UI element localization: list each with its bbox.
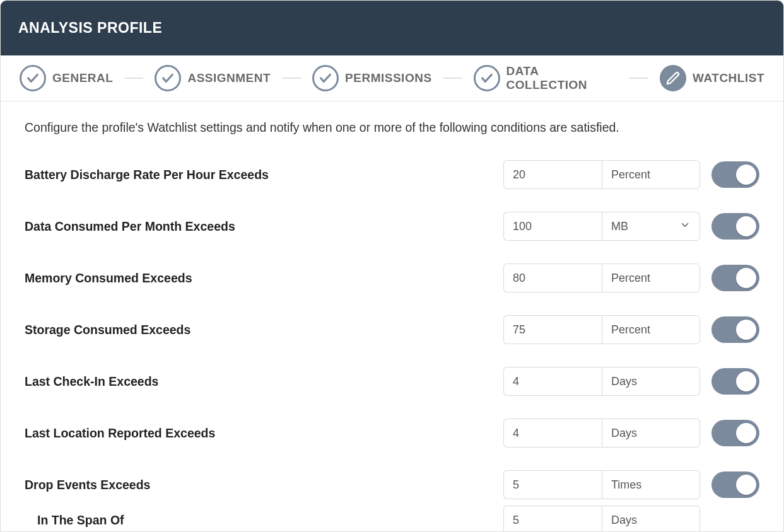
unit-label: Days <box>602 506 700 532</box>
setting-controls: Days <box>503 419 759 448</box>
input-group: Days <box>503 419 700 448</box>
unit-label: Times <box>602 470 700 499</box>
setting-memory: Memory Consumed Exceeds Percent <box>25 263 759 292</box>
drop-span-value-input[interactable] <box>503 506 602 532</box>
setting-label: Last Check-In Exceeds <box>25 374 503 389</box>
unit-text: Days <box>611 427 637 440</box>
last-location-toggle[interactable] <box>711 420 759 446</box>
setting-drop-events: Drop Events Exceeds Times <box>25 470 759 499</box>
memory-value-input[interactable] <box>503 263 602 292</box>
data-value-input[interactable] <box>503 212 602 241</box>
intro-text: Configure the profile's Watchlist settin… <box>25 120 759 135</box>
setting-controls: Days <box>503 367 759 396</box>
checkmark-icon <box>20 65 46 91</box>
unit-text: Percent <box>611 323 650 337</box>
step-connector <box>629 78 648 79</box>
unit-text: Percent <box>611 272 650 285</box>
unit-text: Percent <box>611 168 650 182</box>
watchlist-content: Configure the profile's Watchlist settin… <box>1 101 783 532</box>
step-permissions[interactable]: PERMISSIONS <box>312 65 431 91</box>
setting-last-location: Last Location Reported Exceeds Days <box>25 419 759 448</box>
input-group: Percent <box>503 315 700 344</box>
unit-text: MB <box>611 220 628 233</box>
step-assignment[interactable]: ASSIGNMENT <box>155 65 271 91</box>
last-checkin-toggle[interactable] <box>711 368 759 395</box>
unit-label: Percent <box>602 263 700 292</box>
step-connector <box>124 78 143 79</box>
step-watchlist[interactable]: WATCHLIST <box>660 65 764 91</box>
toggle-knob <box>736 320 756 340</box>
checkmark-icon <box>155 65 181 91</box>
storage-toggle[interactable] <box>711 316 759 343</box>
data-toggle[interactable] <box>711 213 759 240</box>
chevron-down-icon <box>679 219 691 234</box>
step-label: PERMISSIONS <box>345 71 431 85</box>
setting-label: In The Span Of <box>25 513 503 528</box>
setting-label: Memory Consumed Exceeds <box>25 271 503 286</box>
setting-label: Drop Events Exceeds <box>25 478 503 492</box>
setting-storage: Storage Consumed Exceeds Percent <box>25 315 759 344</box>
memory-toggle[interactable] <box>711 265 759 291</box>
analysis-profile-panel: ANALYSIS PROFILE GENERAL ASSIGNMENT PERM… <box>0 0 784 532</box>
toggle-knob <box>736 268 756 288</box>
setting-data: Data Consumed Per Month Exceeds MB <box>25 212 759 241</box>
setting-controls: MB <box>503 212 759 241</box>
step-general[interactable]: GENERAL <box>20 65 113 91</box>
checkmark-icon <box>474 65 500 91</box>
setting-drop-span: In The Span Of Days <box>25 506 759 532</box>
last-checkin-value-input[interactable] <box>503 367 602 396</box>
drop-events-value-input[interactable] <box>503 470 602 499</box>
toggle-knob <box>736 475 756 495</box>
setting-battery: Battery Discharge Rate Per Hour Exceeds … <box>25 160 759 189</box>
drop-events-toggle[interactable] <box>711 471 759 498</box>
input-group: MB <box>503 212 700 241</box>
last-location-value-input[interactable] <box>503 419 602 448</box>
unit-text: Days <box>611 514 637 527</box>
step-data-collection[interactable]: DATA COLLECTION <box>474 64 619 92</box>
setting-controls: Percent <box>503 263 759 292</box>
unit-text: Times <box>611 478 641 492</box>
toggle-knob <box>736 216 756 236</box>
step-label: ASSIGNMENT <box>187 71 271 85</box>
panel-title: ANALYSIS PROFILE <box>18 20 766 37</box>
unit-text: Days <box>611 375 637 388</box>
setting-controls: Percent <box>503 315 759 344</box>
setting-last-checkin: Last Check-In Exceeds Days <box>25 367 759 396</box>
unit-label: Days <box>602 419 700 448</box>
toggle-knob <box>736 371 756 391</box>
storage-value-input[interactable] <box>503 315 602 344</box>
setting-controls: Times <box>503 470 759 499</box>
setting-controls: Days <box>503 506 759 532</box>
unit-label: Percent <box>602 315 700 344</box>
panel-header: ANALYSIS PROFILE <box>1 1 783 55</box>
step-connector <box>443 78 462 79</box>
input-group: Days <box>503 506 700 532</box>
unit-label: Percent <box>602 160 700 189</box>
toggle-knob <box>736 423 756 443</box>
setting-label: Data Consumed Per Month Exceeds <box>25 219 503 234</box>
setting-label: Storage Consumed Exceeds <box>25 323 503 337</box>
toggle-knob <box>736 165 756 185</box>
setting-label: Battery Discharge Rate Per Hour Exceeds <box>25 168 503 182</box>
checkmark-icon <box>312 65 339 91</box>
data-unit-select[interactable]: MB <box>602 212 700 241</box>
input-group: Days <box>503 367 700 396</box>
pencil-icon <box>660 65 686 91</box>
unit-label: Days <box>602 367 700 396</box>
step-connector <box>282 78 301 79</box>
wizard-stepper: GENERAL ASSIGNMENT PERMISSIONS DATA COLL… <box>1 55 783 101</box>
setting-controls: Percent <box>503 160 759 189</box>
input-group: Percent <box>503 263 700 292</box>
step-label: WATCHLIST <box>693 71 764 85</box>
input-group: Times <box>503 470 700 499</box>
battery-value-input[interactable] <box>503 160 602 189</box>
step-label: DATA COLLECTION <box>506 64 619 92</box>
battery-toggle[interactable] <box>711 161 759 188</box>
input-group: Percent <box>503 160 700 189</box>
setting-label: Last Location Reported Exceeds <box>25 426 503 441</box>
step-label: GENERAL <box>52 71 113 85</box>
